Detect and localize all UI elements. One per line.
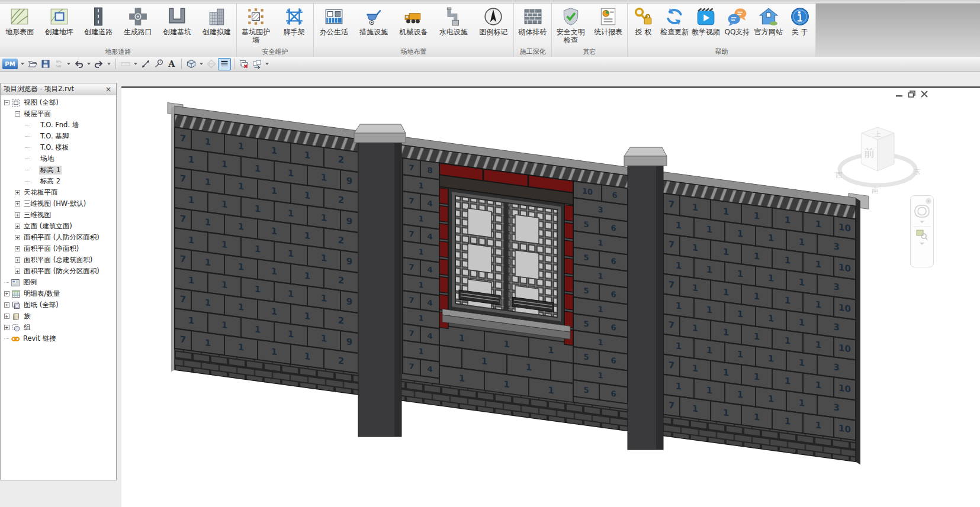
expand-icon[interactable]: + <box>4 314 9 319</box>
switch-windows-icon[interactable] <box>250 58 264 70</box>
tree-item-16[interactable]: 图例 <box>1 277 116 288</box>
expand-icon[interactable]: + <box>15 269 20 274</box>
expand-icon[interactable]: + <box>15 201 20 206</box>
expand-icon[interactable]: + <box>15 190 20 195</box>
tree-item-5[interactable]: 场地 <box>1 153 116 164</box>
ribbon-button-create-pit[interactable]: 创建基坑 <box>160 5 194 36</box>
close-hidden-icon[interactable] <box>237 58 250 70</box>
tree-item-20[interactable]: +组 <box>1 322 116 333</box>
thin-lines-icon[interactable] <box>218 58 231 70</box>
viewcube-east-label[interactable]: 东 <box>913 167 920 176</box>
viewcube-west-label[interactable]: 西 <box>836 171 843 179</box>
expand-icon[interactable]: + <box>4 302 9 308</box>
default-3d-icon[interactable] <box>185 58 198 70</box>
expand-icon[interactable]: + <box>4 325 9 330</box>
navbar-wheel-caret-icon[interactable] <box>920 221 924 223</box>
dropdown-caret-icon[interactable] <box>107 63 111 65</box>
viewcube[interactable]: 前上西南东 <box>836 127 920 194</box>
ribbon-button-generate-intersection[interactable]: 生成路口 <box>121 5 155 36</box>
expand-icon[interactable]: + <box>15 257 20 263</box>
tree-item-11[interactable]: +立面 (建筑立面) <box>1 221 116 232</box>
save-icon[interactable] <box>39 58 52 70</box>
expand-icon[interactable]: + <box>15 212 20 218</box>
dropdown-caret-icon[interactable] <box>67 63 70 65</box>
dropdown-caret-icon[interactable] <box>200 63 203 65</box>
tree-item-12[interactable]: +面积平面 (人防分区面积) <box>1 232 116 243</box>
tag-icon[interactable]: 1 <box>152 58 165 70</box>
sync-icon[interactable] <box>52 58 65 70</box>
tree-item-4[interactable]: T.O. 楼板 <box>1 142 116 153</box>
undo-icon[interactable] <box>72 58 85 70</box>
3d-model-view[interactable]: 7111121111197111121111197111121111197111… <box>121 81 980 507</box>
tree-item-19[interactable]: +族 <box>1 311 116 322</box>
wall-3d-group[interactable]: 7111121111197111121111197111121111197111… <box>168 102 869 466</box>
tree-item-6[interactable]: 标高 1 <box>1 164 116 176</box>
ribbon-button-license[interactable]: 授 权 <box>628 5 659 36</box>
dropdown-caret-icon[interactable] <box>21 63 24 65</box>
expand-icon[interactable]: + <box>4 291 9 296</box>
restore-icon[interactable] <box>908 89 916 96</box>
ribbon-button-tutorial-video[interactable]: 教学视频 <box>690 5 722 36</box>
ribbon-button-measure-facility[interactable]: 措施设施 <box>356 5 391 36</box>
tree-item-9[interactable]: +三维视图 (HW-默认) <box>1 198 116 209</box>
open-icon[interactable] <box>26 58 39 70</box>
viewcube-front-face[interactable]: 前 <box>864 146 875 159</box>
tree-item-3[interactable]: T.O. 基脚 <box>1 131 116 142</box>
close-icon[interactable] <box>920 89 928 96</box>
viewcube-south-label[interactable]: 南 <box>872 186 879 194</box>
pillar-1[interactable] <box>624 147 667 450</box>
expand-icon[interactable]: + <box>15 224 20 229</box>
ribbon-button-about[interactable]: 关 于 <box>784 5 815 36</box>
tree-item-2[interactable]: T.O. Fnd. 墙 <box>1 120 116 131</box>
tree-item-14[interactable]: +面积平面 (总建筑面积) <box>1 254 116 266</box>
section-icon[interactable] <box>205 58 218 70</box>
tree-item-10[interactable]: +三维视图 <box>1 209 116 221</box>
expand-icon[interactable]: + <box>15 246 20 251</box>
measure-icon[interactable] <box>119 58 132 70</box>
ribbon-button-stats-report[interactable]: 统计报表 <box>591 5 625 36</box>
ribbon-button-official-website[interactable]: 官方网站 <box>753 5 784 36</box>
text-icon[interactable]: A <box>165 58 178 70</box>
pillar-0[interactable] <box>354 124 406 437</box>
ribbon-button-office-life[interactable]: 办公生活 <box>317 5 351 36</box>
ribbon-button-safety-check[interactable]: 安全文明检查 <box>554 5 588 44</box>
ribbon-button-pit-enclosure-wall[interactable]: 基坑围护墙 <box>239 5 273 44</box>
ribbon-button-masonry-layout[interactable]: 砌体排砖 <box>516 5 550 36</box>
project-browser-titlebar[interactable]: 项目浏览器 - 项目2.rvt × <box>1 83 116 95</box>
ribbon-button-create-road[interactable]: 创建道路 <box>81 5 115 36</box>
collapse-icon[interactable]: − <box>4 100 9 105</box>
tree-item-17[interactable]: +明细表/数量 <box>1 288 116 299</box>
dropdown-caret-icon[interactable] <box>87 63 91 65</box>
tree-item-1[interactable]: −楼层平面 <box>1 108 116 120</box>
ribbon-button-mep-facility[interactable]: 水电设施 <box>436 5 471 36</box>
tree-item-13[interactable]: +面积平面 (净面积) <box>1 243 116 254</box>
ribbon-button-terrain-surface[interactable]: 地形表面 <box>2 5 37 36</box>
ribbon-button-scaffold[interactable]: 脚手架 <box>277 5 311 36</box>
tree-item-7[interactable]: 标高 2 <box>1 176 116 187</box>
close-icon[interactable]: × <box>104 85 113 93</box>
ribbon-button-qq-support[interactable]: QQ支持 <box>721 5 753 36</box>
ribbon-button-check-update[interactable]: 检查更新 <box>659 5 690 36</box>
steering-wheel-icon[interactable] <box>914 204 930 218</box>
tree-item-21[interactable]: Revit 链接 <box>1 333 116 344</box>
ribbon-button-create-ground[interactable]: 创建地坪 <box>42 5 76 36</box>
tree-item-18[interactable]: +图纸 (全部) <box>1 299 116 311</box>
collapse-icon[interactable]: − <box>15 111 20 117</box>
redo-icon[interactable] <box>92 58 105 70</box>
dropdown-caret-icon[interactable] <box>265 63 269 65</box>
expand-icon[interactable]: + <box>15 235 20 240</box>
dropdown-caret-icon[interactable] <box>134 63 137 65</box>
viewcube-top-face[interactable]: 上 <box>875 130 881 138</box>
ribbon-button-create-proposed[interactable]: 创建拟建 <box>200 5 234 36</box>
zoom-region-icon[interactable] <box>915 228 928 240</box>
navbar-zoom-caret-icon[interactable] <box>920 243 924 245</box>
tree-item-15[interactable]: +面积平面 (防火分区面积) <box>1 266 116 277</box>
tree-item-0[interactable]: −视图 (全部) <box>1 97 116 108</box>
tree-item-8[interactable]: +天花板平面 <box>1 187 116 198</box>
ribbon-button-machinery[interactable]: 机械设备 <box>396 5 430 36</box>
navbar-close-icon[interactable]: x <box>926 198 931 204</box>
aligned-dim-icon[interactable] <box>139 58 152 70</box>
ribbon-button-legend-mark[interactable]: 图例标记 <box>476 5 510 36</box>
app-menu-button[interactable]: PM <box>2 59 18 69</box>
minimize-icon[interactable] <box>895 89 904 96</box>
